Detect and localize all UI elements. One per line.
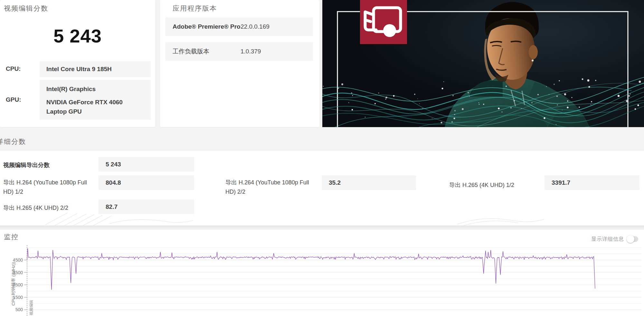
score-card-title: 视频编辑分数 xyxy=(4,4,48,13)
monitor-title: 监控 xyxy=(4,232,19,241)
app-name-label: Adobe® Premiere® Pro xyxy=(173,17,241,36)
svg-text:4500: 4500 xyxy=(13,257,23,263)
version-card-title: 应用程序版本 xyxy=(173,4,217,13)
detailed-scores-section: 视频编辑导出分数 5 243 导出 H.264 (YouTube 1080p F… xyxy=(0,151,644,226)
workload-version-row: 工作负载版本 1.0.379 xyxy=(166,42,313,61)
show-details-toggle[interactable] xyxy=(627,236,638,242)
gpu-label: GPU: xyxy=(6,96,21,103)
premiere-badge xyxy=(360,0,407,44)
workload-version-label: 工作负载版本 xyxy=(173,42,209,61)
video-camera-icon xyxy=(360,0,407,44)
h264-pass1-label: 导出 H.264 (YouTube 1080p Full HD) 1/2 xyxy=(3,178,88,197)
procyon-video-editing-result-page: 视频编辑分数 5 243 CPU: Intel Core Ultra 9 185… xyxy=(0,0,644,316)
h264-pass1-value: 804.8 xyxy=(99,175,194,190)
cpu-frequency-chart: 4500350025001500500CPU 时钟频率 ((MHz))视频编辑 xyxy=(0,230,644,316)
svg-text:500: 500 xyxy=(15,307,23,312)
monitoring-section: 4500350025001500500CPU 时钟频率 ((MHz))视频编辑 … xyxy=(0,230,644,316)
h265-pass1-label: 导出 H.265 (4K UHD) 1/2 xyxy=(449,181,552,190)
hero-artwork-image xyxy=(322,0,644,127)
app-version-row: Adobe® Premiere® Pro 22.0.0.169 xyxy=(166,17,313,36)
y-axis-label: CPU 时钟频率 ((MHz)) xyxy=(11,262,16,306)
toggle-knob xyxy=(627,235,634,243)
app-version-card: 应用程序版本 Adobe® Premiere® Pro 22.0.0.169 工… xyxy=(160,0,319,127)
gpu-value-discrete: NVIDIA GeForce RTX 4060 Laptop GPU xyxy=(46,98,142,116)
overall-score-value: 5 243 xyxy=(0,25,155,47)
cpu-value-box: Intel Core Ultra 9 185H xyxy=(40,61,151,77)
export-score-label: 视频编辑导出分数 xyxy=(3,161,93,170)
section-divider xyxy=(0,226,644,230)
export-score-value: 5 243 xyxy=(99,157,194,172)
gpu-value-box: Intel(R) Graphics NVIDIA GeForce RTX 406… xyxy=(40,80,151,120)
h264-pass2-label: 导出 H.264 (YouTube 1080p Full HD) 2/2 xyxy=(225,178,310,197)
phase-label: 视频编辑 xyxy=(29,300,33,316)
details-section-title: 详细分数 xyxy=(0,137,26,146)
app-version-value: 22.0.0.169 xyxy=(241,17,270,36)
workload-version-value: 1.0.379 xyxy=(241,42,261,61)
cpu-label: CPU: xyxy=(6,65,21,72)
show-details-toggle-row: 显示详细信息 xyxy=(591,235,638,243)
cpu-value: Intel Core Ultra 9 185H xyxy=(46,66,112,72)
h264-pass2-value: 35.2 xyxy=(322,175,416,190)
h265-pass1-value: 3391.7 xyxy=(545,175,639,190)
gpu-value-integrated: Intel(R) Graphics xyxy=(46,84,142,94)
watermark-waves xyxy=(0,211,644,226)
score-card: 视频编辑分数 5 243 CPU: Intel Core Ultra 9 185… xyxy=(0,0,155,127)
show-details-toggle-label: 显示详细信息 xyxy=(591,236,624,243)
